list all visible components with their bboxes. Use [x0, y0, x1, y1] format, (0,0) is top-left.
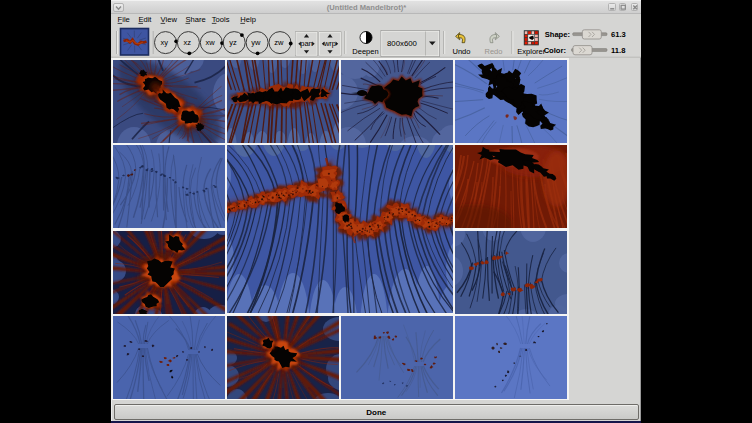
- svg-text:61.3: 61.3: [611, 30, 626, 39]
- svg-text:xz: xz: [183, 38, 191, 47]
- svg-text:xy: xy: [160, 38, 168, 47]
- svg-text:yz: yz: [229, 38, 237, 47]
- svg-text:zw: zw: [274, 38, 284, 47]
- svg-text:Explorer: Explorer: [517, 47, 545, 56]
- svg-text:yw: yw: [251, 38, 261, 47]
- svg-text:xw: xw: [205, 38, 215, 47]
- svg-text:800x600: 800x600: [387, 39, 418, 48]
- svg-text:wrp: wrp: [322, 39, 335, 48]
- svg-text:Redo: Redo: [484, 47, 502, 56]
- svg-text:Undo: Undo: [452, 47, 470, 56]
- svg-text:Color:: Color:: [543, 46, 565, 55]
- svg-text:Deepen: Deepen: [352, 47, 378, 56]
- svg-text:pan: pan: [300, 39, 313, 48]
- svg-text:Shape:: Shape:: [544, 30, 569, 39]
- svg-text:11.8: 11.8: [611, 46, 625, 55]
